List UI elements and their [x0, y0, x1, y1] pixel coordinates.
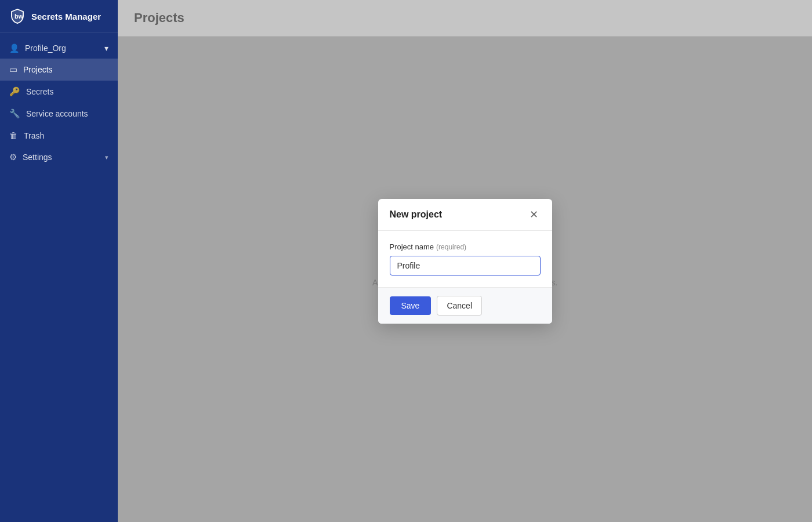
service-accounts-icon: 🔧 [9, 108, 20, 119]
sidebar-item-trash[interactable]: 🗑 Trash [0, 125, 118, 146]
org-icon: 👤 [9, 44, 19, 53]
app-logo-icon: bw [9, 8, 26, 24]
sidebar-item-label: Projects [23, 65, 53, 74]
new-project-modal: New project ✕ Project name(required) Sav… [378, 199, 552, 324]
org-name: Profile_Org [25, 44, 66, 53]
modal-header: New project ✕ [378, 199, 552, 231]
sidebar-item-label: Settings [23, 153, 52, 162]
modal-close-button[interactable]: ✕ [527, 208, 541, 221]
main-content: Projects No projects to display Add a ne… [118, 0, 812, 522]
org-chevron-icon: ▾ [104, 44, 108, 53]
sidebar-item-label: Secrets [26, 87, 53, 96]
save-button[interactable]: Save [390, 296, 432, 315]
secrets-icon: 🔑 [9, 86, 20, 97]
sidebar-item-label: Service accounts [26, 109, 88, 118]
projects-icon: ▭ [9, 64, 17, 75]
sidebar-item-org[interactable]: 👤 Profile_Org ▾ [0, 38, 118, 59]
sidebar-item-projects[interactable]: ▭ Projects [0, 59, 118, 81]
modal-footer: Save Cancel [378, 287, 552, 324]
modal-title: New project [390, 209, 443, 220]
sidebar-item-secrets[interactable]: 🔑 Secrets [0, 81, 118, 103]
settings-icon: ⚙ [9, 152, 17, 162]
project-name-input[interactable] [390, 256, 541, 276]
svg-text:bw: bw [14, 13, 24, 20]
project-name-label: Project name(required) [390, 242, 541, 251]
required-note: (required) [436, 243, 466, 251]
app-title: Secrets Manager [31, 12, 101, 21]
sidebar: bw Secrets Manager 👤 Profile_Org ▾ ▭ Pro… [0, 0, 118, 522]
sidebar-item-settings[interactable]: ⚙ Settings ▾ [0, 146, 118, 168]
sidebar-header[interactable]: bw Secrets Manager [0, 0, 118, 33]
modal-body: Project name(required) [378, 231, 552, 287]
settings-chevron-icon: ▾ [105, 154, 108, 161]
sidebar-item-service-accounts[interactable]: 🔧 Service accounts [0, 103, 118, 125]
cancel-button[interactable]: Cancel [437, 296, 482, 316]
trash-icon: 🗑 [9, 130, 18, 140]
sidebar-item-label: Trash [24, 131, 44, 140]
sidebar-nav: 👤 Profile_Org ▾ ▭ Projects 🔑 Secrets 🔧 S… [0, 33, 118, 173]
modal-overlay: New project ✕ Project name(required) Sav… [118, 0, 812, 522]
